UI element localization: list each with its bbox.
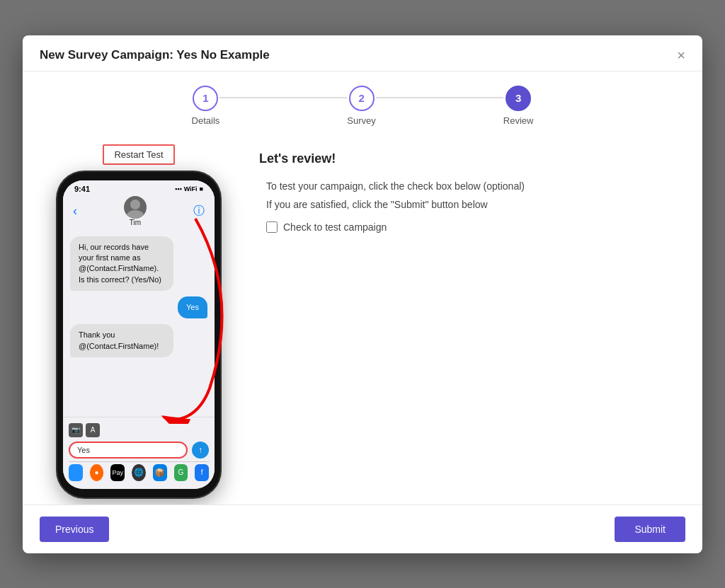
avatar xyxy=(124,196,147,219)
phone-input-row: Yes ↑ xyxy=(69,442,209,459)
step-line-1 xyxy=(219,97,347,98)
phone-frame: 9:41 ▪▪▪ WiFi ■ ‹ xyxy=(57,172,220,497)
message-bubble-3: Thank you @(Contact.FirstName)! xyxy=(70,324,173,357)
battery-icon: ■ xyxy=(200,185,203,192)
dock-icon-dropbox: 📦 xyxy=(153,464,167,481)
send-button[interactable]: ↑ xyxy=(192,442,209,459)
test-checkbox-row: Check to test campaign xyxy=(259,221,685,233)
message-bubble-1: Hi, our records have your first name as … xyxy=(70,236,173,292)
dock-icon-1 xyxy=(69,464,83,481)
phone-input-bar: 📷 A Yes ↑ ● Pay xyxy=(63,417,215,489)
survey-campaign-modal: New Survey Campaign: Yes No Example × 1 … xyxy=(23,35,702,553)
svg-point-1 xyxy=(127,210,144,219)
step-1: 1 Details xyxy=(192,86,220,126)
dock-icon-4: G xyxy=(174,464,188,481)
review-instruction-1: To test your campaign, click the check b… xyxy=(259,180,685,192)
step-1-circle: 1 xyxy=(193,86,218,111)
camera-icon: 📷 xyxy=(69,423,83,437)
phone-status-icons: ▪▪▪ WiFi ■ xyxy=(175,185,203,192)
phone-time: 9:41 xyxy=(74,185,90,193)
modal-footer: Previous Submit xyxy=(23,505,702,553)
step-2-circle: 2 xyxy=(349,86,375,111)
review-section: Let's review! To test your campaign, cli… xyxy=(259,144,685,497)
restart-test-button[interactable]: Restart Test xyxy=(103,144,174,165)
steps-bar: 1 Details 2 Survey 3 Review xyxy=(23,71,702,137)
phone-contact: Tim xyxy=(124,196,147,226)
wifi-icon: WiFi xyxy=(184,185,198,192)
info-icon[interactable]: ⓘ xyxy=(193,204,205,219)
dock-icon-2: ● xyxy=(90,464,104,481)
review-instruction-2: If you are satisfied, click the "Submit"… xyxy=(259,199,685,210)
review-title: Let's review! xyxy=(259,151,685,166)
phone-camera-row: 📷 A xyxy=(69,422,209,439)
previous-button[interactable]: Previous xyxy=(40,517,109,542)
test-campaign-checkbox[interactable] xyxy=(266,221,278,233)
modal-header: New Survey Campaign: Yes No Example × xyxy=(23,35,702,71)
phone-messages: Hi, our records have your first name as … xyxy=(63,231,215,417)
step-line-2 xyxy=(376,97,503,98)
modal-body: Restart Test 9:41 ▪▪▪ WiFi ■ ‹ xyxy=(23,137,702,505)
signal-icon: ▪▪▪ xyxy=(175,185,182,192)
close-button[interactable]: × xyxy=(677,48,685,62)
step-2: 2 Survey xyxy=(347,86,375,126)
step-3: 3 Review xyxy=(503,86,534,126)
dock-icon-5: f xyxy=(195,464,209,481)
back-icon[interactable]: ‹ xyxy=(73,204,77,219)
modal-title: New Survey Campaign: Yes No Example xyxy=(40,48,270,62)
step-3-circle: 3 xyxy=(506,86,531,111)
svg-point-0 xyxy=(130,200,140,209)
phone-dock: ● Pay 🌐 📦 G f xyxy=(69,461,209,485)
test-campaign-label: Check to test campaign xyxy=(283,221,387,233)
contact-name: Tim xyxy=(130,219,141,226)
message-bubble-2: Yes xyxy=(178,296,207,318)
phone-status-bar: 9:41 ▪▪▪ WiFi ■ xyxy=(63,180,215,195)
phone-header: ‹ Tim ⓘ xyxy=(63,195,215,231)
dock-icon-applepay: Pay xyxy=(110,464,125,481)
phone-text-input[interactable]: Yes xyxy=(69,442,188,459)
step-1-label: Details xyxy=(192,115,220,126)
appstore-icon: A xyxy=(86,423,100,437)
step-2-label: Survey xyxy=(347,115,375,126)
phone-screen: 9:41 ▪▪▪ WiFi ■ ‹ xyxy=(63,180,215,489)
dock-icon-3: 🌐 xyxy=(132,464,146,481)
step-3-label: Review xyxy=(503,115,534,126)
phone-section: Restart Test 9:41 ▪▪▪ WiFi ■ ‹ xyxy=(40,144,238,497)
submit-button[interactable]: Submit xyxy=(615,517,685,542)
